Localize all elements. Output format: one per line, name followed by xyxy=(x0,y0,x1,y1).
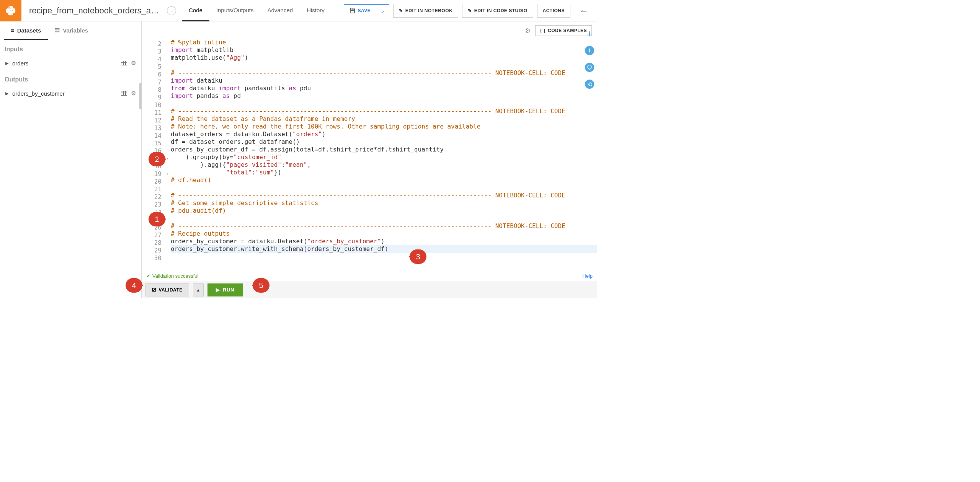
play-icon: ▶ xyxy=(216,287,220,293)
check-icon: ✔ xyxy=(146,273,150,279)
status-bar: ✔ Validation successful Help xyxy=(142,271,597,281)
sidebar: ≡ Datasets ☰ Variables Inputs ▶ orders ⚙… xyxy=(0,21,142,298)
tab-advanced[interactable]: Advanced xyxy=(260,0,300,21)
caret-right-icon: ▶ xyxy=(5,61,8,66)
help-link[interactable]: Help xyxy=(582,273,593,279)
save-dropdown[interactable]: ⌄ xyxy=(376,5,389,17)
code-editor[interactable]: 2345678910111213141516171819202122232425… xyxy=(142,40,597,271)
table-icon[interactable] xyxy=(121,91,127,96)
annotation-4: 4 xyxy=(126,278,142,293)
tab-history[interactable]: History xyxy=(300,0,332,21)
annotation-1: 1 xyxy=(149,212,165,226)
validate-button[interactable]: ☑ VALIDATE xyxy=(145,283,189,296)
sidebar-tab-datasets[interactable]: ≡ Datasets xyxy=(4,21,48,40)
validate-dropdown[interactable]: ▲ xyxy=(193,283,204,296)
list-icon: ☰ xyxy=(55,27,60,34)
annotation-3: 3 xyxy=(410,249,426,264)
output-dataset-orders-by-customer[interactable]: ▶ orders_by_customer ⚙ xyxy=(0,86,141,101)
nav-tabs: Code Inputs/Outputs Advanced History xyxy=(182,0,332,21)
table-icon[interactable] xyxy=(121,61,127,65)
save-group: 💾 SAVE ⌄ xyxy=(344,4,389,17)
sidebar-tab-variables[interactable]: ☰ Variables xyxy=(48,21,95,40)
history-icon[interactable]: ⟲ xyxy=(585,80,594,89)
input-dataset-orders[interactable]: ▶ orders ⚙ xyxy=(0,56,141,70)
save-button[interactable]: 💾 SAVE xyxy=(344,5,376,17)
info-icon[interactable]: i xyxy=(585,46,594,55)
gear-icon[interactable]: ⚙ xyxy=(131,60,136,67)
annotation-2: 2 xyxy=(149,152,165,166)
bottom-bar: ☑ VALIDATE ▲ ▶ RUN xyxy=(142,281,597,298)
run-button[interactable]: ▶ RUN xyxy=(207,283,243,296)
header-actions: 💾 SAVE ⌄ ✎ EDIT IN NOTEBOOK ✎ EDIT IN CO… xyxy=(344,4,597,18)
pencil-icon: ✎ xyxy=(399,8,403,13)
python-logo-icon xyxy=(0,0,21,21)
add-icon[interactable]: + xyxy=(585,29,594,38)
check-square-icon: ☑ xyxy=(152,287,157,293)
inputs-header: Inputs xyxy=(0,40,141,56)
validation-status: ✔ Validation successful xyxy=(146,273,198,279)
database-icon: ≡ xyxy=(11,27,14,34)
tab-inputs-outputs[interactable]: Inputs/Outputs xyxy=(209,0,261,21)
chat-icon[interactable]: Q xyxy=(585,63,594,72)
pencil-icon: ✎ xyxy=(468,8,472,13)
floppy-icon: 💾 xyxy=(350,8,356,13)
edit-in-code-studio-button[interactable]: ✎ EDIT IN CODE STUDIO xyxy=(462,4,533,18)
gear-icon[interactable]: ⚙ xyxy=(131,90,136,97)
braces-icon: { } xyxy=(540,28,546,33)
annotation-5: 5 xyxy=(253,278,270,293)
tab-code[interactable]: Code xyxy=(182,0,209,21)
back-arrow-icon[interactable]: ← xyxy=(576,5,591,16)
editor: ⚙ { } CODE SAMPLES 234567891011121314151… xyxy=(142,21,597,298)
right-rail: + i Q ⟲ xyxy=(582,21,597,89)
editor-settings-icon[interactable]: ⚙ xyxy=(525,27,531,35)
actions-button[interactable]: ACTIONS xyxy=(537,4,571,18)
header: recipe_from_notebook_orders_ana... ○ Cod… xyxy=(0,0,597,21)
caret-right-icon: ▶ xyxy=(5,91,8,96)
outputs-header: Outputs xyxy=(0,70,141,86)
recipe-title: recipe_from_notebook_orders_ana... xyxy=(21,6,167,16)
edit-in-notebook-button[interactable]: ✎ EDIT IN NOTEBOOK xyxy=(393,4,458,18)
status-circle-icon: ○ xyxy=(167,6,176,15)
